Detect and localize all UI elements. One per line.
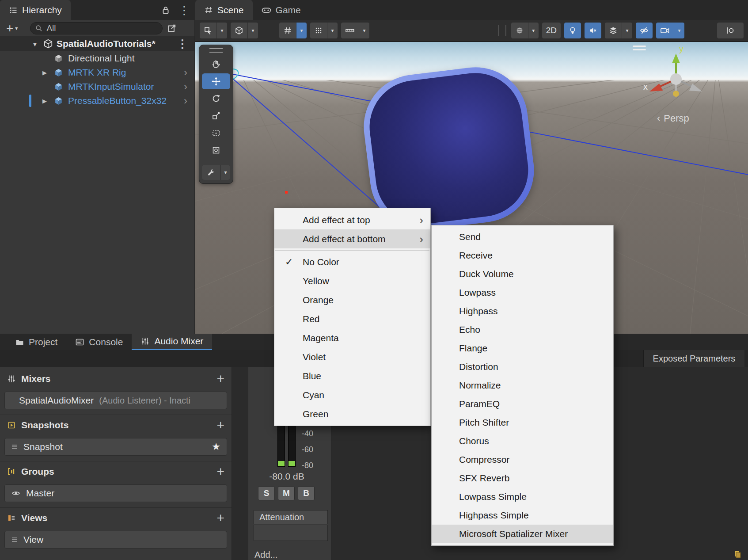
chevron-down-icon[interactable]: ▾ <box>327 23 338 38</box>
search-input[interactable]: All <box>30 22 163 34</box>
mixer-row[interactable]: SpatialAudioMixer (Audio Listener) - Ina… <box>4 392 227 409</box>
submenu-item-effect[interactable]: Send <box>432 228 613 246</box>
snapshot-row[interactable]: Snapshot ★ <box>4 438 227 456</box>
submenu-item-effect[interactable]: Receive <box>432 246 613 265</box>
add-mixer-button[interactable]: + <box>216 372 224 385</box>
tab-hierarchy[interactable]: Hierarchy <box>0 0 71 20</box>
submenu-item-effect[interactable]: Normalize <box>432 376 613 395</box>
tab-audio-mixer[interactable]: Audio Mixer <box>132 334 212 350</box>
hierarchy-tab-label: Hierarchy <box>22 5 62 15</box>
scene-orientation-gizmo[interactable]: y x <box>643 44 709 108</box>
transform-tool-button[interactable] <box>202 142 230 158</box>
gizmos-button[interactable]: ▾ <box>511 23 539 38</box>
snap-increment-button[interactable]: ▾ <box>341 23 369 38</box>
submenu-item-effect[interactable]: SFX Reverb <box>432 469 613 488</box>
tab-console[interactable]: Console <box>66 334 132 350</box>
add-effect-button[interactable]: Add... <box>254 550 277 560</box>
submenu-item-effect[interactable]: Lowpass <box>432 283 613 302</box>
view-row[interactable]: View <box>4 531 227 549</box>
tab-game[interactable]: Game <box>253 0 310 20</box>
chevron-down-icon[interactable]: ▾ <box>622 23 632 38</box>
submenu-item-effect[interactable]: Highpass Simple <box>432 506 613 525</box>
open-new-window-icon[interactable] <box>167 23 177 33</box>
add-group-button[interactable]: + <box>216 465 224 478</box>
default-snapshot-star-icon[interactable]: ★ <box>212 441 220 453</box>
submenu-item-microsoft-spatializer-mixer[interactable]: Microsoft Spatializer Mixer <box>432 525 613 543</box>
chevron-down-icon[interactable]: ▾ <box>674 23 684 38</box>
chevron-down-icon[interactable]: ▾ <box>528 23 539 38</box>
menu-item-color[interactable]: Orange <box>274 290 430 309</box>
chevron-down-icon[interactable]: ▾ <box>359 23 369 38</box>
prefab-open-chevron-icon[interactable]: › <box>184 66 187 79</box>
tree-row-mrtk-xr-rig[interactable]: ▶ MRTK XR Rig › <box>0 65 194 80</box>
menu-item-color[interactable]: Yellow <box>274 271 430 290</box>
lock-icon[interactable] <box>161 5 171 15</box>
tree-row-pressable-button[interactable]: ▶ PressableButton_32x32 › <box>0 94 194 108</box>
master-group-row[interactable]: Master <box>4 484 227 502</box>
camera-settings-button[interactable]: ▾ <box>656 23 684 38</box>
add-snapshot-button[interactable]: + <box>216 419 224 432</box>
toolbar-overflow-button[interactable] <box>717 23 744 38</box>
menu-item-color[interactable]: Red <box>274 309 430 328</box>
chevron-down-icon[interactable]: ▾ <box>220 165 230 180</box>
submenu-item-effect[interactable]: Chorus <box>432 432 613 450</box>
rect-tool-button[interactable] <box>202 125 230 141</box>
exposed-parameters-button[interactable]: Exposed Parameters <box>643 350 744 367</box>
audio-mute-toggle-button[interactable] <box>585 23 601 38</box>
chevron-down-icon[interactable]: ▾ <box>247 23 258 38</box>
2d-toggle-button[interactable]: 2D <box>542 23 561 38</box>
submenu-item-effect[interactable]: Pitch Shifter <box>432 413 613 432</box>
hierarchy-kebab-icon[interactable]: ⋮ <box>178 4 190 17</box>
menu-item-add-effect-at-top[interactable]: Add effect at top › <box>274 210 430 229</box>
menu-item-color[interactable]: Magenta <box>274 328 430 347</box>
scale-tool-button[interactable] <box>202 108 230 124</box>
tab-scene[interactable]: Scene <box>195 0 253 20</box>
create-button[interactable]: +▾ <box>6 22 18 34</box>
scene-kebab-icon[interactable]: ⋮ <box>177 37 188 51</box>
hand-tool-button[interactable] <box>202 56 230 72</box>
palette-drag-handle[interactable] <box>209 48 223 53</box>
tool-settings-button[interactable]: ▾ <box>200 23 227 38</box>
perspective-toggle[interactable]: ‹ Persp <box>657 113 689 124</box>
attenuation-effect-slot[interactable]: Attenuation <box>254 510 328 524</box>
collapse-triangle-icon[interactable]: ▼ <box>32 41 38 48</box>
scene-visibility-toggle-button[interactable] <box>636 23 653 38</box>
menu-item-color[interactable]: ✓ No Color <box>274 252 430 271</box>
submenu-item-effect[interactable]: Duck Volume <box>432 265 613 283</box>
submenu-item-effect[interactable]: Compressor <box>432 450 613 469</box>
rotate-tool-button[interactable] <box>202 91 230 107</box>
bypass-button[interactable]: B <box>298 486 315 500</box>
submenu-item-effect[interactable]: Highpass <box>432 302 613 320</box>
custom-tools-button[interactable]: ▾ <box>202 165 230 180</box>
submenu-item-effect[interactable]: Lowpass Simple <box>432 488 613 506</box>
submenu-item-effect[interactable]: ParamEQ <box>432 395 613 413</box>
pivot-button[interactable]: ▾ <box>231 23 258 38</box>
menu-item-add-effect-at-bottom[interactable]: Add effect at bottom › <box>274 229 430 248</box>
tree-row-mrtk-input-simulator[interactable]: MRTKInputSimulator › <box>0 80 194 94</box>
scene-header-row[interactable]: ▼ SpatialAudioTutorials* ⋮ <box>0 36 194 51</box>
eye-icon[interactable] <box>11 489 21 498</box>
grid-visibility-button[interactable]: ▾ <box>279 23 307 38</box>
move-tool-button[interactable] <box>202 73 230 89</box>
grid-snap-button[interactable]: ▾ <box>310 23 338 38</box>
expand-triangle-icon[interactable]: ▶ <box>42 98 47 104</box>
menu-item-color[interactable]: Cyan <box>274 385 430 404</box>
tab-project[interactable]: Project <box>6 334 66 350</box>
menu-item-color[interactable]: Green <box>274 404 430 423</box>
expand-triangle-icon[interactable]: ▶ <box>42 69 47 76</box>
submenu-item-effect[interactable]: Distortion <box>432 358 613 376</box>
add-view-button[interactable]: + <box>216 511 224 525</box>
chevron-down-icon[interactable]: ▾ <box>216 23 227 38</box>
prefab-open-chevron-icon[interactable]: › <box>184 80 187 93</box>
lighting-toggle-button[interactable] <box>564 23 581 38</box>
solo-button[interactable]: S <box>258 486 275 500</box>
submenu-item-effect[interactable]: Echo <box>432 320 613 339</box>
chevron-down-icon[interactable]: ▾ <box>296 23 307 38</box>
prefab-open-chevron-icon[interactable]: › <box>184 95 187 107</box>
submenu-item-effect[interactable]: Flange <box>432 339 613 358</box>
mute-button[interactable]: M <box>278 486 295 500</box>
menu-item-color[interactable]: Blue <box>274 366 430 385</box>
menu-item-color[interactable]: Violet <box>274 347 430 366</box>
layers-button[interactable]: ▾ <box>605 23 632 38</box>
tree-row-directional-light[interactable]: Directional Light <box>0 51 194 65</box>
